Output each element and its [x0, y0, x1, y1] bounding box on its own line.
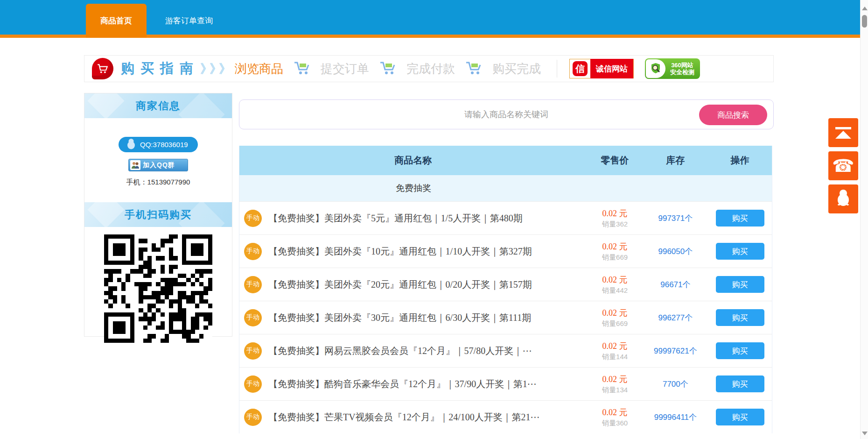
- tab-shop-home[interactable]: 商品首页: [86, 4, 147, 38]
- buy-button[interactable]: 购买: [716, 375, 764, 392]
- back-to-top-button[interactable]: [828, 118, 858, 147]
- table-row: 手动 【免费抽奖】芒果TV视频会员『12个月』｜24/100人开奖｜第21⋯ 0…: [239, 400, 772, 433]
- header-stock: 库存: [643, 154, 708, 167]
- phone-contact-button[interactable]: ☎: [828, 151, 858, 180]
- search-input[interactable]: 请输入商品名称关键词: [239, 109, 773, 120]
- stock-count: 99997621个: [643, 346, 708, 356]
- retail-price: 0.02 元: [587, 407, 643, 418]
- manual-badge: 手动: [244, 409, 262, 426]
- merchant-info-title: 商家信息: [136, 99, 181, 113]
- qq-penguin-icon: [126, 138, 136, 151]
- product-name-cell: 手动 【免费抽奖】美团外卖『30元』通用红包｜6/30人开奖｜第111期: [239, 309, 587, 326]
- tab-guest-order-query[interactable]: 游客订单查询: [154, 4, 224, 38]
- merchant-sidebar: 商家信息 QQ:378036019 加入QQ群 手机：15139077990 手…: [84, 93, 232, 337]
- action-cell: 购买: [708, 309, 772, 326]
- scrollbar-thumb[interactable]: [862, 15, 867, 28]
- table-row: 手动 【免费抽奖】美团外卖『10元』通用红包｜1/10人开奖｜第327期 0.0…: [239, 234, 772, 268]
- guide-step-submit: 提交订单: [321, 61, 369, 77]
- price-cell: 0.02 元 销量362: [587, 208, 643, 229]
- stock-count: 996050个: [643, 246, 708, 257]
- guide-step-done: 购买完成: [492, 61, 541, 77]
- storefront-page: 商品首页 游客订单查询 购买指南 》》》 浏览商品 提交订单 完成付款 购买完成…: [0, 0, 868, 439]
- product-name-cell: 手动 【免费抽奖】美团外卖『5元』通用红包｜1/5人开奖｜第480期: [239, 210, 587, 227]
- category-row: 免费抽奖: [239, 175, 772, 201]
- header-actions: 操作: [708, 154, 772, 167]
- qq-number-label: QQ:378036019: [140, 141, 188, 149]
- red-cart-icon: [92, 58, 113, 79]
- product-name[interactable]: 【免费抽奖】美团外卖『30元』通用红包｜6/30人开奖｜第111期: [268, 312, 531, 324]
- back-to-top-icon: [835, 127, 851, 139]
- qq-chat-button[interactable]: [828, 184, 858, 213]
- divider: [557, 60, 557, 78]
- product-name[interactable]: 【免费抽奖】美团外卖『5元』通用红包｜1/5人开奖｜第480期: [268, 212, 523, 225]
- cart-step-icon: [465, 61, 482, 77]
- page-scrollbar[interactable]: [860, 0, 868, 439]
- header-retail-price: 零售价: [587, 154, 643, 167]
- product-name[interactable]: 【免费抽奖】芒果TV视频会员『12个月』｜24/100人开奖｜第21⋯: [268, 411, 539, 424]
- scroll-up-arrow[interactable]: [862, 7, 868, 10]
- product-name-cell: 手动 【免费抽奖】美团外卖『10元』通用红包｜1/10人开奖｜第327期: [239, 243, 587, 260]
- xin-seal-icon: 信: [570, 59, 590, 78]
- product-name-cell: 手动 【免费抽奖】酷狗音乐豪华会员『12个月』｜37/90人开奖｜第1⋯: [239, 375, 587, 393]
- manual-badge: 手动: [244, 309, 262, 326]
- product-name[interactable]: 【免费抽奖】网易云黑胶会员会员『12个月』｜57/80人开奖｜⋯: [268, 345, 532, 357]
- action-cell: 购买: [708, 375, 772, 392]
- buy-button[interactable]: 购买: [716, 342, 764, 359]
- buy-button[interactable]: 购买: [716, 210, 764, 227]
- chevrons-icon: 》》》: [200, 61, 228, 77]
- buy-button[interactable]: 购买: [716, 243, 764, 260]
- retail-price: 0.02 元: [587, 374, 643, 385]
- product-name-cell: 手动 【免费抽奖】芒果TV视频会员『12个月』｜24/100人开奖｜第21⋯: [239, 409, 587, 426]
- stock-count: 7700个: [643, 379, 708, 389]
- sales-count: 销量669: [587, 253, 643, 262]
- qq-contact-button[interactable]: QQ:378036019: [119, 137, 198, 152]
- price-cell: 0.02 元 销量669: [587, 307, 643, 328]
- stock-count: 996277个: [643, 312, 708, 323]
- buy-button[interactable]: 购买: [716, 309, 764, 326]
- join-qq-group-button[interactable]: 加入QQ群: [128, 159, 188, 171]
- action-cell: 购买: [708, 243, 772, 260]
- header-product-name: 商品名称: [239, 154, 587, 167]
- action-cell: 购买: [708, 210, 772, 227]
- qr-code: [84, 234, 232, 343]
- cart-step-icon: [379, 61, 396, 77]
- price-cell: 0.02 元 销量669: [587, 241, 643, 262]
- table-row: 手动 【免费抽奖】美团外卖『20元』通用红包｜0/20人开奖｜第157期 0.0…: [239, 268, 772, 301]
- product-name[interactable]: 【免费抽奖】美团外卖『10元』通用红包｜1/10人开奖｜第327期: [268, 245, 532, 258]
- purchase-guide-banner: 购买指南 》》》 浏览商品 提交订单 完成付款 购买完成 信 诚信网站 360网…: [84, 55, 774, 82]
- buy-button[interactable]: 购买: [716, 409, 764, 425]
- sales-count: 销量362: [587, 220, 643, 229]
- retail-price: 0.02 元: [587, 208, 643, 219]
- product-name[interactable]: 【免费抽奖】美团外卖『20元』通用红包｜0/20人开奖｜第157期: [268, 278, 532, 291]
- sales-count: 销量134: [587, 386, 643, 395]
- buy-button[interactable]: 购买: [716, 276, 764, 293]
- merchant-phone: 手机：15139077990: [84, 178, 232, 187]
- action-cell: 购买: [708, 342, 772, 359]
- manual-badge: 手动: [244, 375, 262, 393]
- floating-toolbar: ☎: [828, 118, 858, 213]
- trust-site-badge[interactable]: 信 诚信网站: [569, 59, 634, 78]
- group-people-icon: [130, 160, 140, 170]
- price-cell: 0.02 元 销量134: [587, 374, 643, 395]
- qr-scan-header: 手机扫码购买: [84, 202, 232, 227]
- stock-count: 96671个: [643, 279, 708, 290]
- manual-badge: 手动: [244, 276, 262, 293]
- sales-count: 销量669: [587, 319, 643, 328]
- stock-count: 99996411个: [643, 412, 708, 423]
- table-body: 手动 【免费抽奖】美团外卖『5元』通用红包｜1/5人开奖｜第480期 0.02 …: [239, 201, 772, 433]
- category-label: 免费抽奖: [239, 182, 588, 194]
- 360-security-badge[interactable]: 360网站 安全检测: [645, 58, 700, 79]
- product-name[interactable]: 【免费抽奖】酷狗音乐豪华会员『12个月』｜37/90人开奖｜第1⋯: [268, 378, 537, 390]
- sales-count: 销量144: [587, 353, 643, 361]
- product-name-cell: 手动 【免费抽奖】美团外卖『20元』通用红包｜0/20人开奖｜第157期: [239, 276, 587, 293]
- search-button[interactable]: 商品搜索: [699, 105, 767, 125]
- table-row: 手动 【免费抽奖】美团外卖『5元』通用红包｜1/5人开奖｜第480期 0.02 …: [239, 201, 772, 234]
- sales-count: 销量442: [587, 286, 643, 295]
- price-cell: 0.02 元 销量442: [587, 274, 643, 295]
- scroll-down-arrow[interactable]: [862, 432, 868, 435]
- retail-price: 0.02 元: [587, 274, 643, 285]
- telephone-icon: ☎: [832, 157, 854, 175]
- retail-price: 0.02 元: [587, 307, 643, 319]
- product-name-cell: 手动 【免费抽奖】网易云黑胶会员会员『12个月』｜57/80人开奖｜⋯: [239, 342, 587, 360]
- merchant-info-header: 商家信息: [84, 93, 232, 118]
